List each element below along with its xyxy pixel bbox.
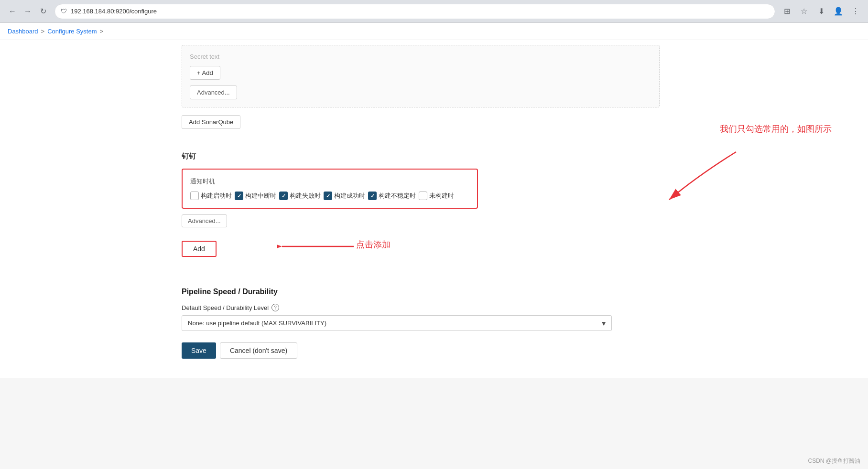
breadcrumb: Dashboard > Configure System > xyxy=(0,23,868,40)
add-sonarqube-button[interactable]: Add SonarQube xyxy=(182,115,240,129)
add-sonarqube-label: Add SonarQube xyxy=(189,118,233,126)
notification-box: 通知时机 构建启动时 构建中断时 构建失败时 xyxy=(182,169,478,209)
add-button-top[interactable]: + Add xyxy=(190,66,220,80)
checkbox-item-unstable: 构建不稳定时 xyxy=(368,192,416,200)
checkbox-row: 构建启动时 构建中断时 构建失败时 构建成功时 xyxy=(190,192,469,200)
advanced-button-dingtalk[interactable]: Advanced... xyxy=(182,214,227,227)
pipeline-section: Pipeline Speed / Durability Default Spee… xyxy=(182,288,660,359)
annotation-arrow-1 xyxy=(650,147,755,204)
checkbox-item-success: 构建成功时 xyxy=(324,192,365,200)
dingtalk-title: 钉钉 xyxy=(182,152,660,161)
bookmark-icon[interactable]: ☆ xyxy=(797,5,811,18)
checkbox-label-no-build: 未构建时 xyxy=(429,192,454,200)
checkbox-label-unstable: 构建不稳定时 xyxy=(379,192,416,200)
breadcrumb-configure-system[interactable]: Configure System xyxy=(47,28,97,35)
checkbox-label-interrupt: 构建中断时 xyxy=(245,192,276,200)
checkbox-item-fail: 构建失败时 xyxy=(279,192,321,200)
download-icon[interactable]: ⬇ xyxy=(814,5,828,18)
advanced-label-top: Advanced... xyxy=(197,89,230,96)
checkbox-label-fail: 构建失败时 xyxy=(290,192,321,200)
speed-durability-select[interactable]: None: use pipeline default (MAX SURVIVAB… xyxy=(182,315,612,331)
breadcrumb-dashboard[interactable]: Dashboard xyxy=(8,28,38,35)
add-label-dingtalk: Add xyxy=(193,245,205,253)
url-text: 192.168.184.80:9200/configure xyxy=(71,8,157,15)
checkbox-label-start: 构建启动时 xyxy=(201,192,232,200)
cancel-button[interactable]: Cancel (don't save) xyxy=(220,342,297,359)
add-button-dingtalk[interactable]: Add xyxy=(182,241,217,257)
secret-text-label: Secret text xyxy=(190,53,651,60)
select-wrapper: None: use pipeline default (MAX SURVIVAB… xyxy=(182,315,612,331)
checkbox-interrupt[interactable] xyxy=(235,192,243,200)
checkbox-item-start: 构建启动时 xyxy=(190,192,232,200)
checkbox-success[interactable] xyxy=(324,192,332,200)
pipeline-title: Pipeline Speed / Durability xyxy=(182,288,660,296)
checkbox-fail[interactable] xyxy=(279,192,288,200)
help-icon[interactable]: ? xyxy=(271,304,279,311)
breadcrumb-separator1: > xyxy=(41,28,45,35)
breadcrumb-separator2: > xyxy=(100,28,104,35)
profile-icon[interactable]: 👤 xyxy=(832,5,845,18)
advanced-label-dingtalk: Advanced... xyxy=(188,217,221,224)
dingtalk-section: 钉钉 通知时机 构建启动时 构建中断时 xyxy=(182,152,660,288)
address-bar[interactable]: 🛡 192.168.184.80:9200/configure xyxy=(54,4,775,19)
forward-button[interactable]: → xyxy=(21,5,34,18)
nav-buttons: ← → ↻ xyxy=(6,5,50,18)
checkbox-unstable[interactable] xyxy=(368,192,377,200)
bottom-buttons: Save Cancel (don't save) xyxy=(182,342,660,359)
checkbox-label-success: 构建成功时 xyxy=(334,192,365,200)
save-button[interactable]: Save xyxy=(182,342,216,359)
back-button[interactable]: ← xyxy=(6,5,19,18)
checkbox-start[interactable] xyxy=(190,192,199,200)
secret-text-section: Secret text + Add Advanced... xyxy=(182,45,660,107)
notification-label: 通知时机 xyxy=(190,177,469,186)
annotation-arrow-2 xyxy=(277,237,354,256)
advanced-button-top[interactable]: Advanced... xyxy=(190,85,237,99)
security-icon: 🛡 xyxy=(61,8,67,15)
add-label-top: + Add xyxy=(197,69,213,76)
menu-icon[interactable]: ⋮ xyxy=(849,5,862,18)
reload-button[interactable]: ↻ xyxy=(36,5,50,18)
annotation-text-1: 我们只勾选常用的，如图所示 xyxy=(720,123,832,135)
browser-chrome: ← → ↻ 🛡 192.168.184.80:9200/configure ⊞ … xyxy=(0,0,868,23)
extensions-icon[interactable]: ⊞ xyxy=(780,5,793,18)
annotation-text-2: 点击添加 xyxy=(356,239,391,250)
checkbox-item-interrupt: 构建中断时 xyxy=(235,192,276,200)
checkbox-item-no-build: 未构建时 xyxy=(419,192,454,200)
checkbox-no-build[interactable] xyxy=(419,192,427,200)
annotation-arrow-2-container: 点击添加 xyxy=(277,237,354,256)
speed-durability-label: Default Speed / Durability Level ? xyxy=(182,304,660,311)
browser-actions: ⊞ ☆ ⬇ 👤 ⋮ xyxy=(780,5,862,18)
